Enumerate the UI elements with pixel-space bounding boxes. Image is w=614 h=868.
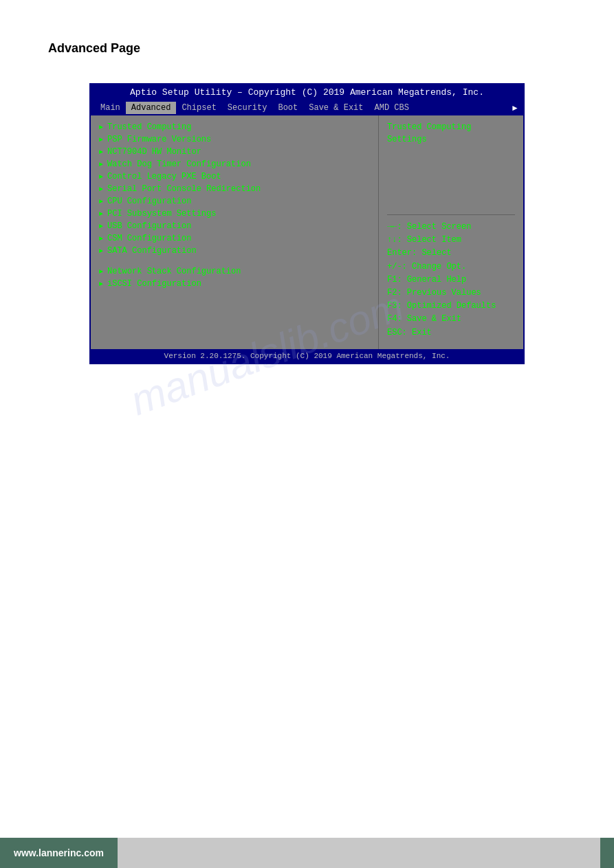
arrow-icon: ► [99,136,103,144]
arrow-icon: ► [99,280,103,288]
nav-item-main[interactable]: Main [95,102,126,114]
menu-item-watchdog[interactable]: ► Watch Dog Timer Configuration [99,158,370,170]
help-f3: F3: Optimized Defaults [387,300,515,313]
arrow-icon: ► [99,235,103,243]
help-select-screen: →←: Select Screen [387,221,515,234]
page-title: Advanced Page [0,0,614,69]
menu-item-label: Network Stack Configuration [107,267,241,276]
menu-item-label: USB Configuration [107,221,191,231]
menu-item-iscsi-config[interactable]: ► iSCSI Configuration [99,278,370,290]
bios-body: ► Trusted Computing ► PSP Firmware Versi… [91,115,523,349]
bios-help: →←: Select Screen ↑↓: Select Item Enter:… [387,215,515,340]
arrow-icon: ► [99,148,103,156]
menu-item-label: NCT7904D HW Monitor [107,147,201,157]
menu-item-label: PSP Firmware Versions [107,135,211,144]
nav-right-arrow-icon: ► [511,103,519,113]
bios-menu-left: ► Trusted Computing ► PSP Firmware Versi… [91,115,379,349]
help-change-opt: +/-: Change Opt. [387,260,515,274]
nav-item-chipset[interactable]: Chipset [176,102,221,114]
help-f2: F2: Previous Values [387,287,515,300]
menu-item-usb-config[interactable]: ► USB Configuration [99,220,370,232]
nav-item-boot[interactable]: Boot [272,102,303,114]
bios-right-panel: Trusted ComputingSettings →←: Select Scr… [379,115,523,349]
menu-item-label: CSM Configuration [107,234,191,243]
menu-item-nct7904d[interactable]: ► NCT7904D HW Monitor [99,146,370,158]
help-esc: ESC: Exit [387,326,515,340]
menu-item-cpu-config[interactable]: ► CPU Configuration [99,195,370,208]
nav-item-amd-cbs[interactable]: AMD CBS [369,102,414,114]
menu-item-label: Trusted Computing [107,122,191,132]
menu-item-label: Watch Dog Timer Configuration [107,159,251,169]
help-select-item: ↑↓: Select Item [387,234,515,247]
arrow-icon: ► [99,210,103,218]
help-f4: F4: Save & Exit [387,313,515,326]
menu-item-csm-config[interactable]: ► CSM Configuration [99,232,370,245]
menu-item-pci-subsystem[interactable]: ► PCI Subsystem Settings [99,208,370,220]
bios-footer: Version 2.20.1275. Copyright (C) 2019 Am… [91,349,523,363]
arrow-icon: ► [99,198,103,205]
arrow-icon: ► [99,268,103,276]
nav-item-advanced[interactable]: Advanced [126,102,177,114]
arrow-icon: ► [99,223,103,230]
arrow-icon: ► [99,161,103,168]
menu-item-label: CPU Configuration [107,197,191,206]
arrow-icon: ► [99,124,103,131]
menu-item-label: SATA Configuration [107,246,197,256]
menu-item-label: PCI Subsystem Settings [107,209,216,219]
footer-decoration [118,838,600,868]
menu-item-sata-config[interactable]: ► SATA Configuration [99,245,370,257]
menu-item-trusted-computing[interactable]: ► Trusted Computing [99,121,370,133]
menu-item-network-stack[interactable]: ► Network Stack Configuration [99,265,370,278]
bios-screen: Aptio Setup Utility – Copyright (C) 2019… [89,83,525,364]
arrow-icon: ► [99,247,103,255]
menu-item-pxe-boot[interactable]: ► Control Legacy PXE Boot [99,170,370,183]
footer-website: www.lannerinc.com [14,847,104,858]
menu-item-serial-port[interactable]: ► Serial Port Console Redirection [99,183,370,195]
arrow-icon: ► [99,173,103,181]
menu-item-label: Control Legacy PXE Boot [107,172,221,181]
menu-item-psp-firmware[interactable]: ► PSP Firmware Versions [99,133,370,146]
arrow-icon: ► [99,186,103,193]
nav-item-save-exit[interactable]: Save & Exit [303,102,369,114]
menu-item-label: iSCSI Configuration [107,279,201,289]
help-f1: F1: General Help [387,274,515,287]
help-enter: Enter: Select [387,247,515,260]
bios-header: Aptio Setup Utility – Copyright (C) 2019… [91,85,523,100]
menu-item-label: Serial Port Console Redirection [107,184,261,194]
bios-description: Trusted ComputingSettings [387,121,515,215]
bios-nav: Main Advanced Chipset Security Boot Save… [91,100,523,115]
footer-bar: www.lannerinc.com [0,838,614,868]
nav-item-security[interactable]: Security [222,102,273,114]
